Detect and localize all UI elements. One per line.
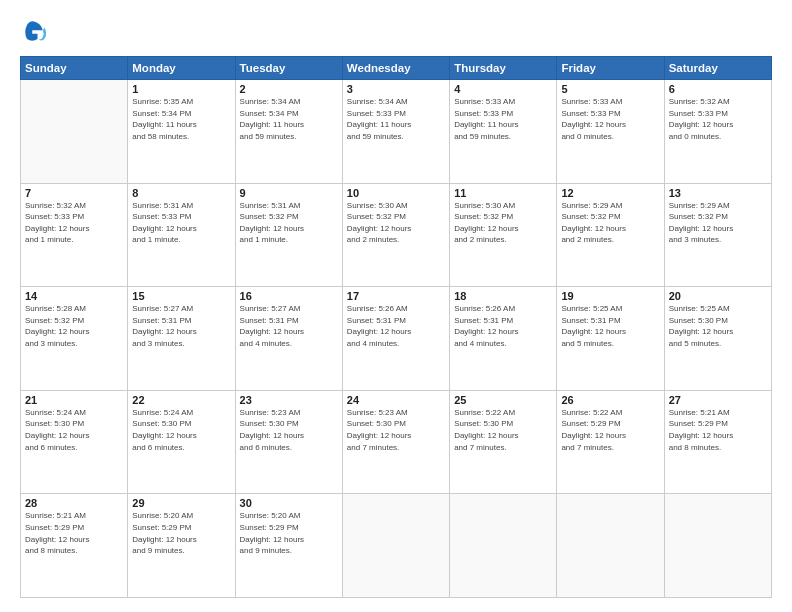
logo	[20, 18, 54, 46]
weekday-header-tuesday: Tuesday	[235, 57, 342, 80]
calendar-cell: 25Sunrise: 5:22 AM Sunset: 5:30 PM Dayli…	[450, 390, 557, 494]
calendar-cell: 10Sunrise: 5:30 AM Sunset: 5:32 PM Dayli…	[342, 183, 449, 287]
calendar-table: SundayMondayTuesdayWednesdayThursdayFrid…	[20, 56, 772, 598]
page: SundayMondayTuesdayWednesdayThursdayFrid…	[0, 0, 792, 612]
calendar-cell: 6Sunrise: 5:32 AM Sunset: 5:33 PM Daylig…	[664, 80, 771, 184]
calendar-cell	[21, 80, 128, 184]
calendar-cell: 30Sunrise: 5:20 AM Sunset: 5:29 PM Dayli…	[235, 494, 342, 598]
day-number: 11	[454, 187, 552, 199]
calendar-week-row: 21Sunrise: 5:24 AM Sunset: 5:30 PM Dayli…	[21, 390, 772, 494]
day-info: Sunrise: 5:25 AM Sunset: 5:31 PM Dayligh…	[561, 303, 659, 349]
calendar-cell: 9Sunrise: 5:31 AM Sunset: 5:32 PM Daylig…	[235, 183, 342, 287]
calendar-cell: 22Sunrise: 5:24 AM Sunset: 5:30 PM Dayli…	[128, 390, 235, 494]
day-number: 15	[132, 290, 230, 302]
calendar-cell: 1Sunrise: 5:35 AM Sunset: 5:34 PM Daylig…	[128, 80, 235, 184]
calendar-cell: 28Sunrise: 5:21 AM Sunset: 5:29 PM Dayli…	[21, 494, 128, 598]
calendar-cell: 15Sunrise: 5:27 AM Sunset: 5:31 PM Dayli…	[128, 287, 235, 391]
calendar-cell: 16Sunrise: 5:27 AM Sunset: 5:31 PM Dayli…	[235, 287, 342, 391]
day-info: Sunrise: 5:20 AM Sunset: 5:29 PM Dayligh…	[132, 510, 230, 556]
day-info: Sunrise: 5:22 AM Sunset: 5:29 PM Dayligh…	[561, 407, 659, 453]
calendar-week-row: 7Sunrise: 5:32 AM Sunset: 5:33 PM Daylig…	[21, 183, 772, 287]
calendar-cell	[557, 494, 664, 598]
weekday-header-row: SundayMondayTuesdayWednesdayThursdayFrid…	[21, 57, 772, 80]
calendar-cell: 12Sunrise: 5:29 AM Sunset: 5:32 PM Dayli…	[557, 183, 664, 287]
day-info: Sunrise: 5:29 AM Sunset: 5:32 PM Dayligh…	[561, 200, 659, 246]
calendar-cell: 17Sunrise: 5:26 AM Sunset: 5:31 PM Dayli…	[342, 287, 449, 391]
day-info: Sunrise: 5:25 AM Sunset: 5:30 PM Dayligh…	[669, 303, 767, 349]
day-number: 29	[132, 497, 230, 509]
day-info: Sunrise: 5:26 AM Sunset: 5:31 PM Dayligh…	[454, 303, 552, 349]
day-number: 5	[561, 83, 659, 95]
day-number: 16	[240, 290, 338, 302]
calendar-week-row: 28Sunrise: 5:21 AM Sunset: 5:29 PM Dayli…	[21, 494, 772, 598]
calendar-cell	[664, 494, 771, 598]
day-number: 3	[347, 83, 445, 95]
calendar-cell: 3Sunrise: 5:34 AM Sunset: 5:33 PM Daylig…	[342, 80, 449, 184]
day-info: Sunrise: 5:33 AM Sunset: 5:33 PM Dayligh…	[561, 96, 659, 142]
day-number: 12	[561, 187, 659, 199]
weekday-header-thursday: Thursday	[450, 57, 557, 80]
day-info: Sunrise: 5:27 AM Sunset: 5:31 PM Dayligh…	[132, 303, 230, 349]
calendar-cell	[450, 494, 557, 598]
day-number: 4	[454, 83, 552, 95]
day-number: 9	[240, 187, 338, 199]
day-number: 13	[669, 187, 767, 199]
day-info: Sunrise: 5:35 AM Sunset: 5:34 PM Dayligh…	[132, 96, 230, 142]
day-info: Sunrise: 5:28 AM Sunset: 5:32 PM Dayligh…	[25, 303, 123, 349]
day-info: Sunrise: 5:21 AM Sunset: 5:29 PM Dayligh…	[25, 510, 123, 556]
day-info: Sunrise: 5:23 AM Sunset: 5:30 PM Dayligh…	[347, 407, 445, 453]
day-number: 21	[25, 394, 123, 406]
calendar-cell: 21Sunrise: 5:24 AM Sunset: 5:30 PM Dayli…	[21, 390, 128, 494]
weekday-header-monday: Monday	[128, 57, 235, 80]
day-number: 17	[347, 290, 445, 302]
calendar-cell: 14Sunrise: 5:28 AM Sunset: 5:32 PM Dayli…	[21, 287, 128, 391]
calendar-cell: 4Sunrise: 5:33 AM Sunset: 5:33 PM Daylig…	[450, 80, 557, 184]
day-number: 19	[561, 290, 659, 302]
day-info: Sunrise: 5:30 AM Sunset: 5:32 PM Dayligh…	[454, 200, 552, 246]
calendar-cell: 19Sunrise: 5:25 AM Sunset: 5:31 PM Dayli…	[557, 287, 664, 391]
calendar-cell: 20Sunrise: 5:25 AM Sunset: 5:30 PM Dayli…	[664, 287, 771, 391]
day-number: 25	[454, 394, 552, 406]
calendar-cell: 29Sunrise: 5:20 AM Sunset: 5:29 PM Dayli…	[128, 494, 235, 598]
calendar-cell: 13Sunrise: 5:29 AM Sunset: 5:32 PM Dayli…	[664, 183, 771, 287]
day-info: Sunrise: 5:33 AM Sunset: 5:33 PM Dayligh…	[454, 96, 552, 142]
day-info: Sunrise: 5:29 AM Sunset: 5:32 PM Dayligh…	[669, 200, 767, 246]
day-info: Sunrise: 5:20 AM Sunset: 5:29 PM Dayligh…	[240, 510, 338, 556]
day-number: 28	[25, 497, 123, 509]
calendar-cell: 27Sunrise: 5:21 AM Sunset: 5:29 PM Dayli…	[664, 390, 771, 494]
calendar-week-row: 14Sunrise: 5:28 AM Sunset: 5:32 PM Dayli…	[21, 287, 772, 391]
calendar-cell: 2Sunrise: 5:34 AM Sunset: 5:34 PM Daylig…	[235, 80, 342, 184]
day-info: Sunrise: 5:30 AM Sunset: 5:32 PM Dayligh…	[347, 200, 445, 246]
day-number: 26	[561, 394, 659, 406]
day-number: 18	[454, 290, 552, 302]
calendar-cell: 5Sunrise: 5:33 AM Sunset: 5:33 PM Daylig…	[557, 80, 664, 184]
weekday-header-saturday: Saturday	[664, 57, 771, 80]
weekday-header-wednesday: Wednesday	[342, 57, 449, 80]
day-number: 14	[25, 290, 123, 302]
day-number: 22	[132, 394, 230, 406]
day-info: Sunrise: 5:34 AM Sunset: 5:33 PM Dayligh…	[347, 96, 445, 142]
day-info: Sunrise: 5:32 AM Sunset: 5:33 PM Dayligh…	[669, 96, 767, 142]
day-info: Sunrise: 5:26 AM Sunset: 5:31 PM Dayligh…	[347, 303, 445, 349]
day-number: 10	[347, 187, 445, 199]
calendar-week-row: 1Sunrise: 5:35 AM Sunset: 5:34 PM Daylig…	[21, 80, 772, 184]
day-number: 24	[347, 394, 445, 406]
day-number: 6	[669, 83, 767, 95]
day-number: 8	[132, 187, 230, 199]
calendar-cell: 23Sunrise: 5:23 AM Sunset: 5:30 PM Dayli…	[235, 390, 342, 494]
day-number: 30	[240, 497, 338, 509]
day-info: Sunrise: 5:32 AM Sunset: 5:33 PM Dayligh…	[25, 200, 123, 246]
calendar-cell	[342, 494, 449, 598]
calendar-cell: 18Sunrise: 5:26 AM Sunset: 5:31 PM Dayli…	[450, 287, 557, 391]
weekday-header-friday: Friday	[557, 57, 664, 80]
logo-icon	[20, 18, 48, 46]
calendar-cell: 24Sunrise: 5:23 AM Sunset: 5:30 PM Dayli…	[342, 390, 449, 494]
day-number: 1	[132, 83, 230, 95]
calendar-cell: 7Sunrise: 5:32 AM Sunset: 5:33 PM Daylig…	[21, 183, 128, 287]
day-info: Sunrise: 5:27 AM Sunset: 5:31 PM Dayligh…	[240, 303, 338, 349]
day-number: 23	[240, 394, 338, 406]
day-number: 27	[669, 394, 767, 406]
day-number: 20	[669, 290, 767, 302]
day-info: Sunrise: 5:34 AM Sunset: 5:34 PM Dayligh…	[240, 96, 338, 142]
day-info: Sunrise: 5:22 AM Sunset: 5:30 PM Dayligh…	[454, 407, 552, 453]
